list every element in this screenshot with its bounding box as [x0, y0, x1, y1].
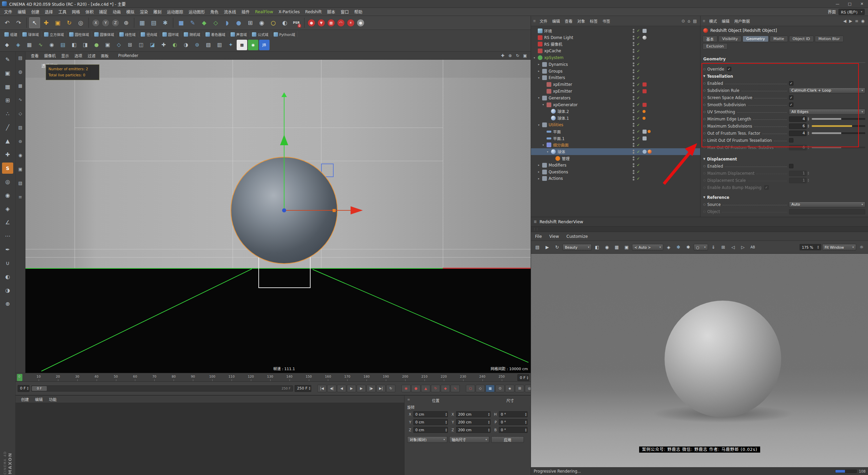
am-menu-编辑[interactable]: 编辑 — [719, 18, 732, 24]
visibility-dots[interactable] — [633, 103, 634, 107]
timeline-ruler[interactable]: 0102030405060708090100110120130140150160… — [16, 373, 531, 382]
tab-motion-blur[interactable]: Motion Blur — [815, 36, 844, 42]
torus-field[interactable]: 圆环域 — [160, 32, 182, 37]
object-row-平面[interactable]: 平面✓ — [531, 128, 700, 135]
convert-object-icon[interactable]: ✎ — [2, 54, 13, 65]
plugin-icon-11[interactable]: ◇ — [114, 40, 124, 50]
text-field[interactable] — [789, 209, 865, 214]
viewport-filter-icon[interactable]: ◎ — [2, 176, 13, 187]
visibility-dots[interactable] — [633, 76, 634, 80]
redo-icon[interactable]: ↷ — [13, 17, 24, 28]
red-tag-icon[interactable] — [643, 82, 647, 87]
quantify-icon[interactable]: ∠ — [2, 217, 13, 228]
am-menu-用户数据[interactable]: 用户数据 — [732, 18, 752, 24]
visibility-dots[interactable] — [633, 36, 634, 40]
object-row-xpgenerator[interactable]: ▾xpGenerator✓ — [531, 101, 700, 108]
object-row-球体-2[interactable]: 球体.2✓ — [531, 108, 700, 115]
rs-area-light-icon[interactable]: ▦ — [327, 19, 335, 27]
checkbox[interactable]: ✓ — [764, 185, 769, 190]
gradient-icon[interactable]: ▧ — [16, 179, 24, 187]
viewport-menu-摄像机[interactable]: 摄像机 — [41, 53, 59, 58]
render-canvas[interactable]: 案例公众号: 野鹿志 微信: 野鹿志 作者: 马鹿野郎 (0.02s) — [531, 254, 868, 467]
visibility-dots[interactable] — [633, 96, 634, 100]
plugin-icon-14[interactable]: ◪ — [147, 40, 158, 50]
tab-exclusion[interactable]: Exclusion — [703, 43, 728, 50]
closed-arrow-icon[interactable]: ▸ — [538, 63, 542, 66]
open-arrow-icon[interactable]: ▾ — [534, 56, 538, 59]
box-field[interactable]: 立方体域 — [42, 32, 67, 37]
enabled-check-icon[interactable]: ✓ — [637, 56, 640, 60]
spinner-arrows-icon[interactable]: ▲▼ — [808, 171, 809, 175]
menu-窗口[interactable]: 窗口 — [338, 8, 352, 16]
keyframe-dot-icon[interactable]: ○ — [703, 125, 706, 128]
loop-button[interactable]: ↻ — [386, 385, 395, 392]
object-row-管理[interactable]: 管理✓ — [531, 155, 700, 162]
material-menu-编辑[interactable]: 编辑 — [32, 397, 45, 402]
minimize-button[interactable]: — — [831, 0, 844, 7]
plugin-icon-5[interactable]: ◉ — [46, 40, 57, 50]
object-row-rs-摄像机[interactable]: RS 摄像机✓ — [531, 41, 700, 48]
polygons-mode-icon[interactable]: ▲ — [2, 135, 13, 147]
enabled-check-icon[interactable]: ✓ — [637, 109, 640, 114]
number-field[interactable]: 1 — [789, 171, 807, 176]
texture-toggle-icon[interactable]: ▨ — [16, 123, 24, 131]
menu-捕捉[interactable]: 捕捉 — [96, 8, 110, 16]
spinner-arrows-icon[interactable]: ▲▼ — [525, 420, 527, 424]
sound-field[interactable]: 声音域 — [228, 32, 250, 37]
object-row-球体-1[interactable]: 球体.1✓ — [531, 115, 700, 121]
x-axis-handle[interactable] — [333, 209, 336, 212]
plugin-icon-1[interactable]: ◆ — [2, 40, 12, 50]
render-region-icon[interactable]: ▤ — [148, 17, 159, 28]
coord-field-0-2[interactable]: 0 °▲▼ — [499, 411, 528, 417]
plugin-icon-21[interactable]: ✦ — [225, 40, 236, 50]
visibility-dots[interactable] — [633, 136, 634, 140]
sphere-field[interactable]: 球体域 — [20, 32, 42, 37]
psr-icon[interactable]: PSR0 — [291, 17, 302, 28]
aov-dropdown[interactable]: Beauty▾ — [563, 244, 592, 250]
open-arrow-icon[interactable]: ▾ — [542, 144, 547, 147]
isoline-icon[interactable]: ∿ — [16, 95, 24, 103]
lock-icon[interactable]: ◈ — [664, 243, 673, 252]
checkbox[interactable] — [789, 138, 793, 142]
enabled-check-icon[interactable]: ✓ — [637, 49, 640, 53]
visibility-dots[interactable] — [633, 89, 634, 93]
floor-icon[interactable]: ⊞ — [245, 17, 256, 28]
shader-field[interactable]: 着色器域 — [203, 32, 228, 37]
timeline-slider[interactable]: 0 F 250 F — [31, 385, 293, 392]
object-row-球体[interactable]: ▾球体✓ — [531, 148, 700, 155]
enabled-check-icon[interactable]: ✓ — [637, 176, 640, 181]
visibility-dots[interactable] — [633, 176, 634, 180]
checkbox[interactable]: ✓ — [789, 95, 793, 100]
menu-运动图形[interactable]: 运动图形 — [186, 8, 208, 16]
deformer-icon[interactable]: ◗ — [222, 17, 233, 28]
pan-view-icon[interactable]: ✚ — [500, 53, 506, 58]
visibility-dots[interactable] — [633, 156, 634, 160]
spinner-arrows-icon[interactable]: ▲▼ — [525, 413, 527, 416]
zoom-spinner[interactable]: 175 %▲▼ — [800, 244, 821, 250]
keyframe-dot-icon[interactable]: ○ — [703, 165, 706, 168]
phong-tag-icon[interactable] — [643, 150, 647, 154]
prev-key-button[interactable]: ◀| — [327, 385, 336, 392]
enable-axis-icon[interactable]: ✚ — [2, 149, 13, 160]
rs-dome-light-icon[interactable]: ◠ — [337, 19, 345, 27]
visibility-dots[interactable] — [633, 143, 634, 147]
plugin-icon-19[interactable]: ▧ — [203, 40, 214, 50]
spinner-arrows-icon[interactable]: ▲▼ — [309, 386, 310, 390]
quantize-toggle[interactable]: ◈ — [505, 385, 514, 392]
rs-spot-light-icon[interactable]: ▼ — [317, 19, 325, 27]
menu-网格[interactable]: 网格 — [69, 8, 83, 16]
rv-menu-view[interactable]: View — [549, 234, 559, 239]
coord-field-2-2[interactable]: 0 °▲▼ — [499, 427, 528, 433]
coord-field-2-1[interactable]: 200 cm▲▼ — [456, 427, 491, 433]
menu-realflow[interactable]: RealFlow — [252, 8, 276, 16]
object-row-xpsystem[interactable]: ▾xpSystem✓ — [531, 54, 700, 61]
object-origin-dot[interactable] — [282, 208, 286, 212]
mirror-tool-icon[interactable]: ◐ — [2, 271, 13, 282]
section-reference[interactable]: ▼Reference — [703, 194, 865, 201]
prev-frame-button[interactable]: ◀ — [337, 385, 346, 392]
end-frame-spinner[interactable]: 0 F ▲▼ — [517, 374, 529, 381]
render-settings-icon[interactable]: ✱ — [160, 17, 171, 28]
overlay-dropdown[interactable]: ○▾ — [694, 244, 708, 250]
last-tool-icon[interactable]: ◎ — [75, 17, 86, 28]
keyframe-dot-icon[interactable]: ○ — [703, 186, 706, 189]
